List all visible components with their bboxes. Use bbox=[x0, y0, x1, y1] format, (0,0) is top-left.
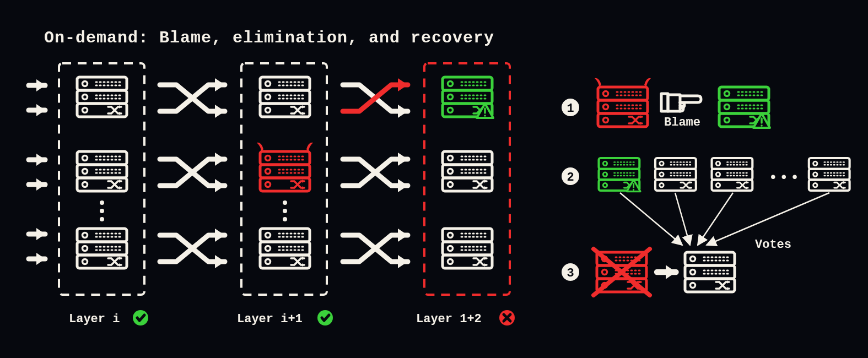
layer-i1-servers bbox=[257, 77, 313, 268]
step-1: 1 Blame bbox=[562, 78, 770, 129]
svg-point-21 bbox=[100, 200, 104, 205]
server-icon bbox=[260, 77, 310, 117]
layer-i-label: Layer i bbox=[69, 312, 120, 326]
arrow-icon bbox=[657, 265, 676, 279]
fail-icon bbox=[499, 310, 515, 326]
server-icon bbox=[260, 229, 310, 268]
layer-i2-label: Layer 1+2 bbox=[416, 312, 482, 326]
server-evil-icon bbox=[595, 78, 651, 127]
server-icon bbox=[443, 229, 492, 268]
server-icon bbox=[809, 158, 850, 191]
step-badge-3: 3 bbox=[567, 267, 574, 280]
server-icon bbox=[685, 252, 735, 292]
diagram-canvas: Layer i Layer i+1 Layer 1+2 1 Blame 2 bbox=[0, 0, 868, 358]
server-warn-icon bbox=[719, 87, 770, 128]
vote-arrows bbox=[620, 193, 829, 245]
step-badge-2: 2 bbox=[567, 171, 574, 185]
shuffle-icon bbox=[160, 78, 225, 268]
step1-label: Blame bbox=[664, 116, 700, 129]
check-icon bbox=[133, 310, 148, 326]
server-icon bbox=[77, 77, 127, 117]
svg-point-26 bbox=[283, 217, 287, 221]
ellipsis-icon: ••• bbox=[769, 170, 801, 186]
svg-point-22 bbox=[100, 209, 104, 213]
diagram-title: On-demand: Blame, elimination, and recov… bbox=[44, 29, 494, 47]
right-panel: 1 Blame 2 ••• bbox=[562, 78, 850, 295]
server-warn-icon bbox=[443, 77, 493, 118]
vdots-icon bbox=[100, 200, 287, 221]
server-icon bbox=[77, 229, 127, 268]
votes-label: Votes bbox=[755, 238, 791, 252]
server-eliminated-icon bbox=[594, 249, 650, 295]
server-evil-icon bbox=[257, 143, 313, 191]
svg-point-23 bbox=[100, 217, 104, 221]
check-icon bbox=[317, 310, 333, 326]
layer-i1-label: Layer i+1 bbox=[237, 312, 303, 326]
server-icon bbox=[77, 151, 127, 191]
layer-labels: Layer i Layer i+1 Layer 1+2 bbox=[69, 310, 515, 326]
shuffle-icon bbox=[343, 78, 408, 268]
svg-point-24 bbox=[283, 200, 287, 205]
input-arrows bbox=[29, 79, 45, 265]
server-icon bbox=[712, 158, 753, 191]
svg-point-25 bbox=[283, 209, 287, 213]
server-warn-icon bbox=[599, 158, 640, 192]
step-2: 2 ••• bbox=[562, 158, 850, 245]
layer-i2-servers bbox=[443, 77, 493, 268]
server-icon bbox=[655, 158, 696, 191]
step-3: 3 Votes bbox=[562, 238, 791, 295]
step-badge-1: 1 bbox=[567, 102, 574, 116]
left-panel: Layer i Layer i+1 Layer 1+2 bbox=[29, 63, 515, 326]
server-icon bbox=[443, 151, 492, 191]
point-hand-icon bbox=[661, 94, 701, 111]
layer-i-servers bbox=[77, 77, 127, 268]
